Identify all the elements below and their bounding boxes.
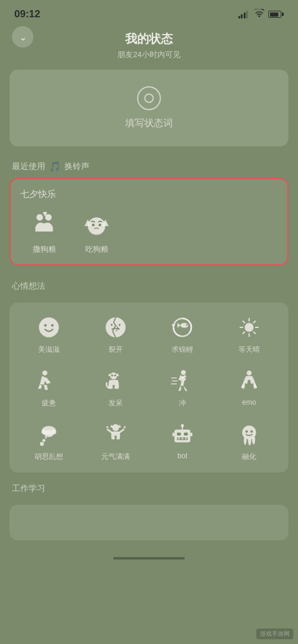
daze-icon: [101, 367, 130, 395]
header: ⌄ 我的状态 朋友24小时内可见: [0, 26, 298, 70]
couple-icon: [29, 210, 60, 240]
mood-label: 美滋滋: [38, 345, 60, 355]
battery-icon: [268, 11, 284, 18]
svg-point-51: [181, 424, 184, 427]
svg-rect-52: [177, 433, 181, 436]
svg-point-27: [110, 373, 117, 380]
back-button[interactable]: ⌄: [12, 26, 33, 48]
bottom-bar: [0, 550, 298, 564]
fish-icon: [168, 313, 197, 342]
mood-section-title: 心情想法: [10, 275, 288, 295]
svg-point-6: [98, 224, 101, 227]
svg-point-5: [92, 224, 95, 227]
mood-label: 裂开: [108, 345, 123, 355]
svg-point-42: [42, 439, 45, 442]
svg-line-22: [243, 321, 245, 323]
emoji-label: 撒狗粮: [33, 244, 56, 255]
svg-point-12: [119, 324, 120, 326]
emoji-label: 吃狗粮: [85, 244, 108, 255]
svg-point-26: [42, 371, 47, 376]
list-item[interactable]: 冲: [150, 363, 215, 412]
rush-icon: [168, 367, 197, 395]
list-item[interactable]: 美滋滋: [17, 310, 81, 358]
svg-point-62: [250, 430, 253, 433]
status-placeholder: 填写状态词: [125, 117, 173, 130]
work-section: [10, 505, 288, 540]
mood-section: 美滋滋 裂开: [10, 302, 288, 473]
wifi-icon: [254, 9, 265, 20]
recent-section-label: 最近使用 🎵 换铃声: [0, 156, 298, 178]
svg-point-1: [45, 214, 52, 221]
list-item[interactable]: 融化: [217, 417, 281, 465]
mood-label: 疲惫: [42, 398, 56, 408]
svg-point-36: [247, 371, 252, 376]
page-title: 我的状态: [125, 31, 173, 47]
list-item[interactable]: bot: [150, 417, 215, 465]
highlight-section: 七夕快乐 撒狗粮: [10, 178, 288, 265]
svg-point-61: [246, 430, 248, 433]
list-item[interactable]: 发呆: [83, 363, 148, 412]
work-section-title: 工作学习: [10, 480, 288, 498]
svg-point-31: [114, 374, 116, 376]
svg-point-44: [112, 424, 119, 432]
energy-icon: ★ ★: [101, 420, 130, 449]
status-time: 09:12: [14, 8, 40, 20]
svg-rect-55: [178, 438, 180, 440]
svg-line-25: [243, 332, 245, 334]
svg-rect-53: [184, 433, 188, 436]
mood-label: 胡思乱想: [35, 452, 63, 462]
mood-grid: 美滋滋 裂开: [17, 310, 281, 465]
list-item[interactable]: emo: [217, 363, 281, 412]
bot-icon: [168, 420, 197, 449]
ringtone-label[interactable]: 换铃声: [64, 161, 89, 172]
svg-rect-59: [190, 433, 192, 437]
sun-icon: [235, 313, 263, 342]
svg-point-8: [44, 324, 46, 327]
svg-rect-58: [172, 433, 174, 437]
highlight-grid: 撒狗粮: [20, 210, 278, 255]
list-item[interactable]: 等天晴: [217, 310, 281, 358]
svg-point-60: [242, 426, 256, 439]
svg-rect-57: [185, 438, 187, 440]
mood-label: 等天晴: [238, 345, 260, 355]
signal-icon: [238, 10, 249, 18]
melt-icon: [235, 420, 263, 449]
svg-text:★: ★: [123, 425, 126, 429]
mood-label: 融化: [242, 452, 256, 462]
svg-point-7: [39, 317, 58, 337]
status-circle-icon: [137, 86, 161, 110]
list-item[interactable]: ★ ★ 元气满满: [83, 417, 148, 465]
list-item[interactable]: 吃狗粮: [73, 210, 120, 255]
svg-point-40: [44, 430, 54, 437]
mood-section-wrapper: 心情想法 美滋滋: [10, 275, 288, 473]
svg-point-10: [105, 317, 125, 337]
status-bar: 09:12: [0, 0, 298, 26]
svg-point-0: [36, 214, 43, 221]
think-icon: [35, 420, 63, 449]
work-section-wrapper: 工作学习: [10, 480, 288, 540]
home-indicator: [113, 557, 185, 559]
svg-marker-14: [172, 324, 176, 327]
list-item[interactable]: 求锦鲤: [150, 310, 215, 358]
svg-line-23: [254, 332, 256, 334]
svg-point-9: [51, 324, 54, 327]
highlight-section-title: 七夕快乐: [20, 189, 278, 200]
list-item[interactable]: 撒狗粮: [20, 210, 68, 255]
tired-icon: [35, 367, 63, 395]
svg-point-32: [181, 370, 186, 375]
header-subtitle: 朋友24小时内可见: [117, 49, 180, 60]
list-item[interactable]: 疲惫: [17, 363, 81, 412]
list-item[interactable]: 裂开: [83, 310, 148, 358]
svg-point-43: [40, 442, 44, 446]
svg-rect-56: [181, 438, 183, 440]
svg-point-41: [45, 436, 46, 438]
mood-label: emo: [242, 398, 256, 407]
smile-icon: [35, 313, 63, 342]
split-icon: [101, 313, 130, 342]
mood-label: 发呆: [108, 398, 123, 408]
status-input-card[interactable]: 填写状态词: [10, 70, 288, 146]
mood-label: 元气满满: [101, 452, 130, 462]
svg-text:★: ★: [105, 425, 109, 429]
svg-point-16: [186, 324, 188, 326]
list-item[interactable]: 胡思乱想: [17, 417, 81, 465]
